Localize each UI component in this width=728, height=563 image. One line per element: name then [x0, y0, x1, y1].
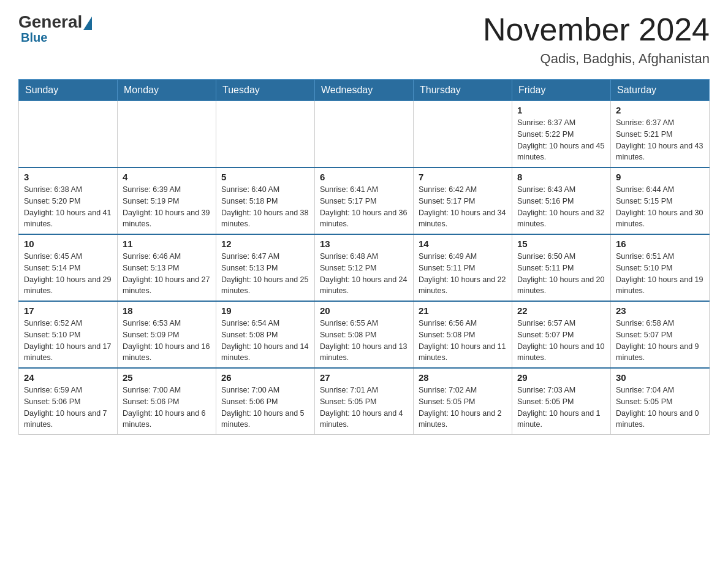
calendar-cell: 1Sunrise: 6:37 AM Sunset: 5:22 PM Daylig…: [512, 101, 611, 168]
calendar-cell: 21Sunrise: 6:56 AM Sunset: 5:08 PM Dayli…: [414, 301, 512, 368]
day-number: 2: [616, 105, 704, 115]
calendar-cell: 16Sunrise: 6:51 AM Sunset: 5:10 PM Dayli…: [611, 234, 710, 301]
day-info: Sunrise: 6:48 AM Sunset: 5:12 PM Dayligh…: [320, 251, 408, 297]
day-info: Sunrise: 6:37 AM Sunset: 5:21 PM Dayligh…: [616, 117, 704, 163]
day-info: Sunrise: 6:50 AM Sunset: 5:11 PM Dayligh…: [517, 251, 605, 297]
day-number: 8: [517, 172, 605, 182]
calendar-cell: 28Sunrise: 7:02 AM Sunset: 5:05 PM Dayli…: [414, 368, 512, 435]
calendar-cell: 15Sunrise: 6:50 AM Sunset: 5:11 PM Dayli…: [512, 234, 611, 301]
calendar-cell: [216, 101, 315, 168]
day-of-week-header: Tuesday: [216, 80, 315, 101]
calendar-cell: 27Sunrise: 7:01 AM Sunset: 5:05 PM Dayli…: [315, 368, 414, 435]
logo-triangle-icon: [83, 17, 92, 30]
calendar-cell: 20Sunrise: 6:55 AM Sunset: 5:08 PM Dayli…: [315, 301, 414, 368]
day-of-week-header: Friday: [512, 80, 611, 101]
calendar-cell: 11Sunrise: 6:46 AM Sunset: 5:13 PM Dayli…: [118, 234, 216, 301]
day-info: Sunrise: 6:44 AM Sunset: 5:15 PM Dayligh…: [616, 184, 704, 230]
day-number: 26: [221, 372, 309, 383]
day-number: 6: [320, 172, 408, 182]
calendar-cell: 5Sunrise: 6:40 AM Sunset: 5:18 PM Daylig…: [216, 167, 315, 234]
calendar-cell: 7Sunrise: 6:42 AM Sunset: 5:17 PM Daylig…: [414, 167, 512, 234]
day-number: 15: [517, 239, 605, 249]
day-info: Sunrise: 6:40 AM Sunset: 5:18 PM Dayligh…: [221, 184, 309, 230]
day-number: 12: [221, 239, 309, 249]
day-info: Sunrise: 7:03 AM Sunset: 5:05 PM Dayligh…: [517, 385, 605, 431]
day-number: 19: [221, 305, 309, 316]
day-number: 28: [419, 372, 507, 383]
calendar-cell: 14Sunrise: 6:49 AM Sunset: 5:11 PM Dayli…: [414, 234, 512, 301]
calendar-cell: 12Sunrise: 6:47 AM Sunset: 5:13 PM Dayli…: [216, 234, 315, 301]
day-number: 25: [123, 372, 211, 383]
day-info: Sunrise: 7:01 AM Sunset: 5:05 PM Dayligh…: [320, 385, 408, 431]
title-block: November 2024 Qadis, Badghis, Afghanista…: [483, 12, 710, 67]
day-info: Sunrise: 6:46 AM Sunset: 5:13 PM Dayligh…: [123, 251, 211, 297]
calendar-cell: [118, 101, 216, 168]
day-number: 11: [123, 239, 211, 249]
logo: General Blue: [18, 12, 92, 45]
day-of-week-header: Thursday: [414, 80, 512, 101]
day-info: Sunrise: 6:42 AM Sunset: 5:17 PM Dayligh…: [419, 184, 507, 230]
calendar-cell: 29Sunrise: 7:03 AM Sunset: 5:05 PM Dayli…: [512, 368, 611, 435]
calendar-week-row: 3Sunrise: 6:38 AM Sunset: 5:20 PM Daylig…: [19, 167, 710, 234]
day-info: Sunrise: 6:49 AM Sunset: 5:11 PM Dayligh…: [419, 251, 507, 297]
calendar-header-row: SundayMondayTuesdayWednesdayThursdayFrid…: [19, 80, 710, 101]
day-number: 1: [517, 105, 605, 115]
day-number: 9: [616, 172, 704, 182]
day-info: Sunrise: 6:53 AM Sunset: 5:09 PM Dayligh…: [123, 318, 211, 364]
calendar-cell: 18Sunrise: 6:53 AM Sunset: 5:09 PM Dayli…: [118, 301, 216, 368]
day-info: Sunrise: 6:39 AM Sunset: 5:19 PM Dayligh…: [123, 184, 211, 230]
day-info: Sunrise: 6:56 AM Sunset: 5:08 PM Dayligh…: [419, 318, 507, 364]
day-info: Sunrise: 6:37 AM Sunset: 5:22 PM Dayligh…: [517, 117, 605, 163]
calendar-cell: 4Sunrise: 6:39 AM Sunset: 5:19 PM Daylig…: [118, 167, 216, 234]
day-info: Sunrise: 6:59 AM Sunset: 5:06 PM Dayligh…: [24, 385, 112, 431]
month-year-title: November 2024: [483, 12, 710, 47]
day-info: Sunrise: 6:55 AM Sunset: 5:08 PM Dayligh…: [320, 318, 408, 364]
calendar-cell: 17Sunrise: 6:52 AM Sunset: 5:10 PM Dayli…: [19, 301, 118, 368]
calendar-cell: 2Sunrise: 6:37 AM Sunset: 5:21 PM Daylig…: [611, 101, 710, 168]
day-info: Sunrise: 6:38 AM Sunset: 5:20 PM Dayligh…: [24, 184, 112, 230]
day-number: 18: [123, 305, 211, 316]
day-info: Sunrise: 7:00 AM Sunset: 5:06 PM Dayligh…: [123, 385, 211, 431]
day-info: Sunrise: 6:57 AM Sunset: 5:07 PM Dayligh…: [517, 318, 605, 364]
day-number: 14: [419, 239, 507, 249]
day-info: Sunrise: 6:52 AM Sunset: 5:10 PM Dayligh…: [24, 318, 112, 364]
day-number: 27: [320, 372, 408, 383]
calendar-cell: 25Sunrise: 7:00 AM Sunset: 5:06 PM Dayli…: [118, 368, 216, 435]
calendar-week-row: 24Sunrise: 6:59 AM Sunset: 5:06 PM Dayli…: [19, 368, 710, 435]
day-number: 3: [24, 172, 112, 182]
day-info: Sunrise: 6:54 AM Sunset: 5:08 PM Dayligh…: [221, 318, 309, 364]
day-of-week-header: Wednesday: [315, 80, 414, 101]
calendar-cell: 3Sunrise: 6:38 AM Sunset: 5:20 PM Daylig…: [19, 167, 118, 234]
day-info: Sunrise: 6:51 AM Sunset: 5:10 PM Dayligh…: [616, 251, 704, 297]
page-header: General Blue November 2024 Qadis, Badghi…: [18, 12, 710, 67]
calendar-cell: 26Sunrise: 7:00 AM Sunset: 5:06 PM Dayli…: [216, 368, 315, 435]
day-of-week-header: Sunday: [19, 80, 118, 101]
day-number: 5: [221, 172, 309, 182]
day-info: Sunrise: 6:45 AM Sunset: 5:14 PM Dayligh…: [24, 251, 112, 297]
calendar-week-row: 17Sunrise: 6:52 AM Sunset: 5:10 PM Dayli…: [19, 301, 710, 368]
calendar-cell: [414, 101, 512, 168]
calendar-cell: 30Sunrise: 7:04 AM Sunset: 5:05 PM Dayli…: [611, 368, 710, 435]
day-number: 20: [320, 305, 408, 316]
day-number: 29: [517, 372, 605, 383]
day-number: 30: [616, 372, 704, 383]
calendar-week-row: 10Sunrise: 6:45 AM Sunset: 5:14 PM Dayli…: [19, 234, 710, 301]
day-number: 21: [419, 305, 507, 316]
calendar-cell: 8Sunrise: 6:43 AM Sunset: 5:16 PM Daylig…: [512, 167, 611, 234]
day-number: 7: [419, 172, 507, 182]
day-info: Sunrise: 6:41 AM Sunset: 5:17 PM Dayligh…: [320, 184, 408, 230]
calendar-cell: 13Sunrise: 6:48 AM Sunset: 5:12 PM Dayli…: [315, 234, 414, 301]
calendar-week-row: 1Sunrise: 6:37 AM Sunset: 5:22 PM Daylig…: [19, 101, 710, 168]
day-number: 17: [24, 305, 112, 316]
logo-general-text: General: [18, 12, 82, 32]
day-number: 23: [616, 305, 704, 316]
day-number: 24: [24, 372, 112, 383]
day-info: Sunrise: 6:43 AM Sunset: 5:16 PM Dayligh…: [517, 184, 605, 230]
calendar-cell: 22Sunrise: 6:57 AM Sunset: 5:07 PM Dayli…: [512, 301, 611, 368]
location-subtitle: Qadis, Badghis, Afghanistan: [483, 51, 710, 67]
calendar-table: SundayMondayTuesdayWednesdayThursdayFrid…: [18, 79, 710, 435]
calendar-cell: [19, 101, 118, 168]
day-number: 10: [24, 239, 112, 249]
day-number: 16: [616, 239, 704, 249]
day-number: 4: [123, 172, 211, 182]
